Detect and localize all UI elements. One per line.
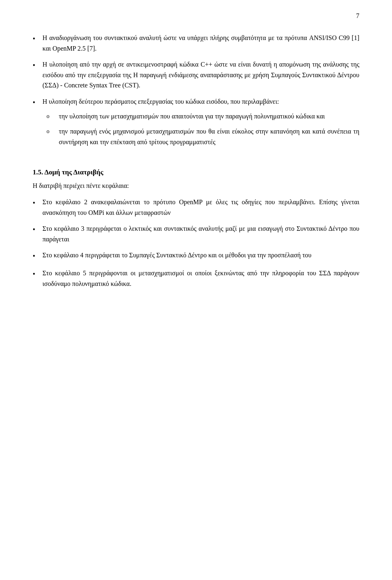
sub-list-item: o την υλοποίηση των μετασχηματισμών που … bbox=[47, 111, 359, 122]
main-bullet-list: • Η αναδιοργάνωση του συντακτικού αναλυτ… bbox=[33, 33, 359, 152]
bullet-text-1: Η αναδιοργάνωση του συντακτικού αναλυτή … bbox=[42, 33, 359, 54]
sub-bullet-list: o την υλοποίηση των μετασχηματισμών που … bbox=[42, 111, 359, 147]
section-title: 1.5. Δομή της Διατριβής bbox=[33, 168, 359, 176]
bullet-icon: • bbox=[33, 250, 42, 262]
section-bullet-text-4: Στο κεφάλαιο 5 περιγράφονται οι μετασχημ… bbox=[42, 268, 359, 289]
list-item: • Η αναδιοργάνωση του συντακτικού αναλυτ… bbox=[33, 33, 359, 54]
sub-text-1: την υλοποίηση των μετασχηματισμών που απ… bbox=[59, 111, 359, 122]
page-number: 7 bbox=[356, 12, 359, 20]
sub-list-item: o την παραγωγή ενός μηχανισμού μετασχημα… bbox=[47, 126, 359, 147]
list-item: • Η υλοποίηση δεύτερου περάσματος επεξερ… bbox=[33, 96, 359, 152]
list-item: • Στο κεφάλαιο 4 περιγράφεται το Συμπαγέ… bbox=[33, 250, 359, 262]
main-content: • Η αναδιοργάνωση του συντακτικού αναλυτ… bbox=[33, 33, 359, 289]
bullet-text-3: Η υλοποίηση δεύτερου περάσματος επεξεργα… bbox=[42, 96, 359, 152]
sub-text-2: την παραγωγή ενός μηχανισμού μετασχηματι… bbox=[59, 126, 359, 147]
page-container: 7 • Η αναδιοργάνωση του συντακτικού αναλ… bbox=[0, 0, 392, 580]
list-item: • Στο κεφάλαιο 2 ανακεφαλαιώνεται το πρό… bbox=[33, 197, 359, 218]
bullet-text-3-intro: Η υλοποίηση δεύτερου περάσματος επεξεργα… bbox=[42, 98, 279, 105]
list-item: • Η υλοποίηση από την αρχή σε αντικειμεν… bbox=[33, 59, 359, 91]
section-bullet-text-3: Στο κεφάλαιο 4 περιγράφεται το Συμπαγές … bbox=[42, 250, 359, 261]
section-bullet-list: • Στο κεφάλαιο 2 ανακεφαλαιώνεται το πρό… bbox=[33, 197, 359, 289]
list-item: • Στο κεφάλαιο 3 περιγράφεται ο λεκτικός… bbox=[33, 223, 359, 244]
sub-bullet-icon: o bbox=[47, 112, 59, 121]
bullet-icon: • bbox=[33, 33, 42, 45]
bullet-icon: • bbox=[33, 60, 42, 71]
bullet-icon: • bbox=[33, 224, 42, 236]
bullet-text-2: Η υλοποίηση από την αρχή σε αντικειμενοσ… bbox=[42, 59, 359, 91]
list-item: • Στο κεφάλαιο 5 περιγράφονται οι μετασχ… bbox=[33, 268, 359, 289]
bullet-icon: • bbox=[33, 197, 42, 209]
bullet-icon: • bbox=[33, 97, 42, 109]
section-intro: Η διατριβή περιέχει πέντε κεφάλαια: bbox=[33, 181, 359, 191]
section-bullet-text-2: Στο κεφάλαιο 3 περιγράφεται ο λεκτικός κ… bbox=[42, 223, 359, 244]
sub-bullet-icon: o bbox=[47, 127, 59, 136]
bullet-icon: • bbox=[33, 268, 42, 280]
section-bullet-text-1: Στο κεφάλαιο 2 ανακεφαλαιώνεται το πρότυ… bbox=[42, 197, 359, 218]
